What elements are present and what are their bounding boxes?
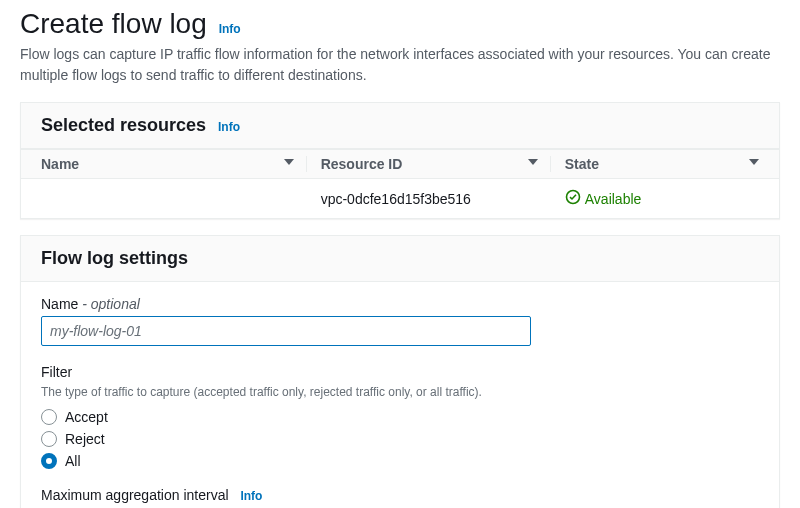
col-header-name-label: Name: [41, 156, 79, 172]
col-header-state-label: State: [565, 156, 599, 172]
filter-field-help: The type of traffic to capture (accepted…: [41, 384, 759, 401]
page-header: Create flow log Info Flow logs can captu…: [20, 8, 780, 86]
info-link-agg[interactable]: Info: [240, 489, 262, 503]
filter-radio-all[interactable]: All: [41, 453, 759, 469]
agg-field: Maximum aggregation interval Info The ma…: [41, 487, 759, 508]
info-link-selected[interactable]: Info: [218, 120, 240, 134]
col-header-resource-id[interactable]: Resource ID: [307, 156, 551, 172]
filter-radio-all-input[interactable]: [41, 453, 57, 469]
page-title: Create flow log: [20, 8, 207, 39]
name-field-label-text: Name: [41, 296, 78, 312]
name-field: Name - optional: [41, 296, 759, 346]
cell-name: [41, 189, 307, 208]
filter-field: Filter The type of traffic to capture (a…: [41, 364, 759, 469]
flow-log-settings-panel: Flow log settings Name - optional Filter…: [20, 235, 780, 508]
filter-radio-all-label: All: [65, 453, 81, 469]
filter-radio-reject[interactable]: Reject: [41, 431, 759, 447]
filter-field-label: Filter: [41, 364, 759, 380]
name-field-label: Name - optional: [41, 296, 759, 312]
panel-title-settings: Flow log settings: [41, 248, 188, 268]
sort-icon[interactable]: [528, 156, 538, 172]
filter-radio-reject-input[interactable]: [41, 431, 57, 447]
name-input[interactable]: [41, 316, 531, 346]
agg-field-label: Maximum aggregation interval Info: [41, 487, 759, 503]
panel-title-selected: Selected resources: [41, 115, 206, 135]
agg-field-label-text: Maximum aggregation interval: [41, 487, 229, 503]
state-label: Available: [585, 191, 642, 207]
filter-radio-accept-label: Accept: [65, 409, 108, 425]
panel-header-selected: Selected resources Info: [21, 103, 779, 149]
panel-header-settings: Flow log settings: [21, 236, 779, 282]
sort-icon[interactable]: [284, 156, 294, 172]
name-field-optional: - optional: [82, 296, 140, 312]
filter-radio-group: Accept Reject All: [41, 409, 759, 469]
sort-icon[interactable]: [749, 156, 759, 172]
table-row: vpc-0dcfe16d15f3be516 Available: [21, 179, 779, 218]
col-header-resource-id-label: Resource ID: [321, 156, 403, 172]
filter-radio-accept[interactable]: Accept: [41, 409, 759, 425]
col-header-state[interactable]: State: [551, 156, 759, 172]
cell-state: Available: [551, 189, 759, 208]
filter-radio-accept-input[interactable]: [41, 409, 57, 425]
selected-resources-panel: Selected resources Info Name Resource ID…: [20, 102, 780, 219]
info-link-header[interactable]: Info: [219, 22, 241, 36]
filter-radio-reject-label: Reject: [65, 431, 105, 447]
page-description: Flow logs can capture IP traffic flow in…: [20, 44, 780, 86]
col-header-name[interactable]: Name: [41, 156, 307, 172]
table-header-row: Name Resource ID State: [21, 149, 779, 179]
check-circle-icon: [565, 189, 585, 208]
cell-resource-id: vpc-0dcfe16d15f3be516: [307, 189, 551, 208]
